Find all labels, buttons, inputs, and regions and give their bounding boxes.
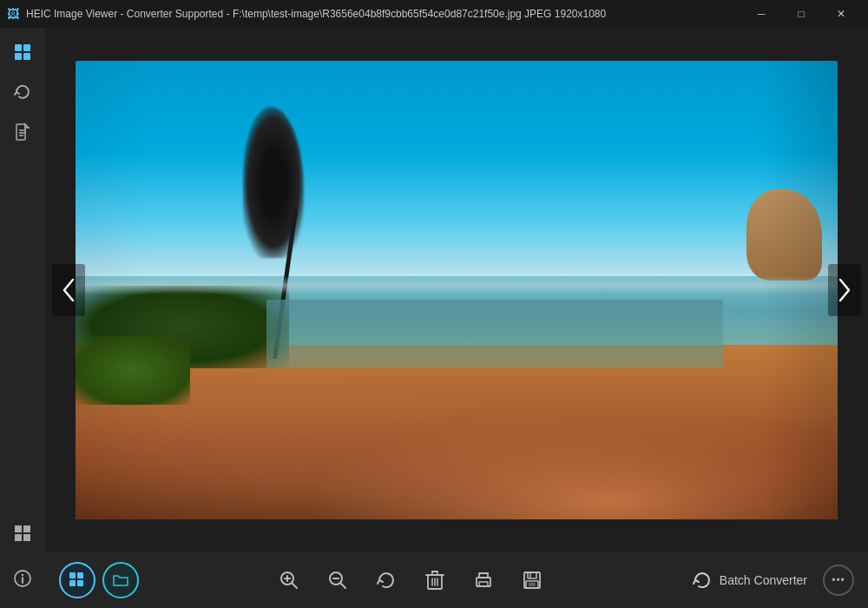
- titlebar: 🖼 HEIC Image Viewer - Converter Supporte…: [0, 0, 868, 28]
- svg-point-14: [22, 574, 23, 576]
- svg-rect-9: [23, 525, 30, 532]
- sidebar-item-file[interactable]: [5, 115, 40, 149]
- next-image-button[interactable]: [828, 264, 861, 316]
- svg-rect-17: [69, 580, 76, 586]
- sidebar-item-refresh[interactable]: [5, 75, 40, 109]
- sidebar-item-gallery[interactable]: [5, 35, 40, 69]
- maximize-button[interactable]: □: [781, 0, 821, 28]
- zoom-out-button[interactable]: [320, 563, 355, 598]
- batch-converter-button[interactable]: Batch Converter: [683, 565, 816, 596]
- svg-rect-3: [23, 53, 30, 60]
- svg-rect-1: [23, 44, 30, 51]
- photo-display: [76, 61, 838, 519]
- svg-rect-15: [69, 572, 76, 578]
- svg-rect-0: [15, 44, 22, 51]
- main-layout: Batch Converter •••: [0, 28, 868, 608]
- svg-rect-10: [15, 534, 22, 541]
- image-area: [45, 28, 868, 552]
- print-button[interactable]: [466, 563, 501, 598]
- svg-rect-34: [528, 572, 536, 578]
- svg-rect-11: [23, 534, 30, 541]
- minimize-button[interactable]: ─: [741, 0, 781, 28]
- sidebar-item-windows[interactable]: [5, 516, 40, 551]
- toolbar-left: [59, 562, 139, 598]
- rotate-button[interactable]: [369, 563, 404, 598]
- svg-rect-37: [529, 583, 536, 586]
- app-icon: 🖼: [7, 7, 19, 21]
- toolbar-center: [139, 563, 683, 598]
- svg-line-22: [292, 583, 297, 588]
- batch-converter-label: Batch Converter: [720, 573, 807, 587]
- zoom-in-button[interactable]: [272, 563, 306, 598]
- svg-rect-4: [16, 124, 25, 140]
- svg-rect-8: [15, 525, 22, 532]
- more-dots-icon: •••: [832, 574, 845, 586]
- titlebar-title: HEIC Image Viewer - Converter Supported …: [19, 8, 741, 20]
- content-area: Batch Converter •••: [45, 28, 868, 608]
- toolbar-right: Batch Converter •••: [683, 565, 854, 596]
- more-options-button[interactable]: •••: [823, 565, 854, 596]
- bottom-toolbar: Batch Converter •••: [45, 552, 868, 608]
- gallery-thumb-button[interactable]: [59, 562, 95, 598]
- folder-button[interactable]: [102, 562, 139, 598]
- close-button[interactable]: ✕: [821, 0, 861, 28]
- delete-button[interactable]: [418, 563, 452, 598]
- svg-rect-32: [479, 582, 488, 586]
- svg-line-25: [340, 583, 345, 588]
- sidebar: [0, 28, 45, 608]
- svg-rect-16: [77, 572, 83, 578]
- prev-image-button[interactable]: [52, 264, 85, 316]
- save-button[interactable]: [515, 563, 549, 598]
- svg-rect-2: [15, 53, 22, 60]
- sidebar-item-info[interactable]: [5, 561, 40, 596]
- titlebar-controls: ─ □ ✕: [741, 0, 861, 28]
- svg-rect-18: [77, 580, 83, 586]
